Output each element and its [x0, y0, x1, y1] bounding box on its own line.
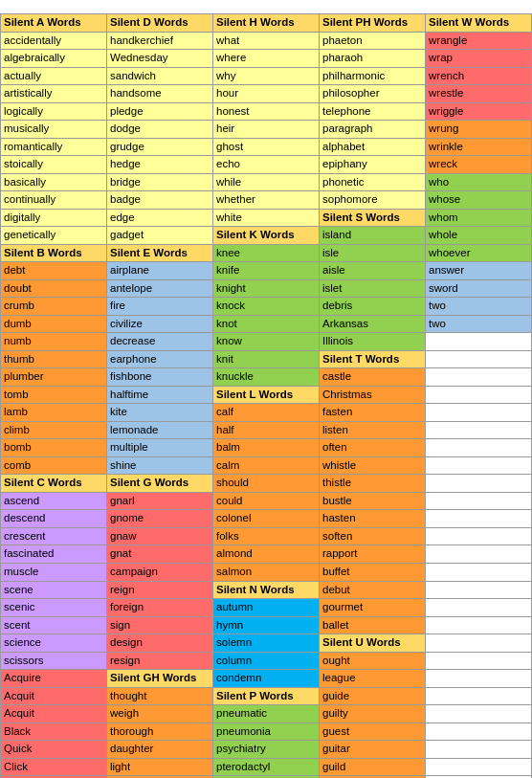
- table-row: musicallydodgeheirparagraphwrung: [1, 121, 532, 139]
- table-cell: crumb: [1, 298, 107, 316]
- table-cell: Acquit: [1, 687, 107, 705]
- table-cell: why: [213, 67, 320, 85]
- table-cell: [426, 492, 532, 510]
- table-cell: pneumonia: [213, 722, 320, 741]
- table-cell: league: [320, 670, 426, 688]
- table-cell: [426, 368, 532, 387]
- table-cell: weigh: [107, 705, 213, 723]
- table-cell: debris: [320, 298, 426, 316]
- table-cell: basically: [1, 173, 107, 191]
- table-cell: thumb: [1, 350, 107, 368]
- table-cell: doubt: [1, 279, 107, 298]
- table-cell: aisle: [320, 262, 426, 280]
- page-title: [0, 0, 532, 13]
- table-cell: Silent P Words: [213, 687, 320, 705]
- table-cell: Click: [1, 758, 107, 776]
- table-cell: ghost: [213, 138, 320, 156]
- table-cell: Arkansas: [320, 315, 426, 333]
- table-cell: Acquire: [1, 670, 107, 688]
- table-cell: solemn: [213, 634, 320, 653]
- table-cell: knife: [213, 262, 320, 280]
- table-cell: isle: [320, 244, 426, 262]
- table-cell: Silent S Words: [320, 209, 426, 227]
- table-cell: while: [213, 173, 320, 191]
- table-cell: muscle: [1, 563, 107, 581]
- table-cell: phaeton: [320, 32, 426, 50]
- table-cell: whom: [426, 209, 532, 227]
- table-cell: knit: [213, 350, 320, 368]
- table-cell: lamb: [1, 404, 107, 422]
- table-row: AcquitthoughtSilent P Wordsguide: [1, 687, 532, 705]
- table-row: continuallybadgewhethersophomorewhose: [1, 191, 532, 210]
- table-row: musclecampaignsalmonbuffet: [1, 563, 532, 581]
- table-cell: romantically: [1, 138, 107, 156]
- table-cell: pledge: [107, 102, 213, 121]
- table-cell: Silent C Words: [1, 475, 107, 493]
- table-cell: wrinkle: [426, 138, 532, 156]
- table-cell: rapport: [320, 545, 426, 564]
- table-cell: scenic: [1, 599, 107, 617]
- table-row: combshinecalmwhistle: [1, 456, 532, 475]
- table-row: fascinatedgnatalmondrapport: [1, 545, 532, 564]
- words-table: Silent A WordsSilent D WordsSilent H Wor…: [0, 13, 532, 778]
- table-cell: Black: [1, 722, 107, 741]
- table-cell: thorough: [107, 722, 213, 741]
- table-cell: balm: [213, 439, 320, 457]
- table-cell: calm: [213, 456, 320, 475]
- table-cell: guild: [320, 758, 426, 776]
- table-cell: condemn: [213, 670, 320, 688]
- table-cell: Silent T Words: [320, 350, 426, 368]
- table-cell: grudge: [107, 138, 213, 156]
- table-cell: airplane: [107, 262, 213, 280]
- table-cell: honest: [213, 102, 320, 121]
- table-cell: knight: [213, 279, 320, 298]
- table-row: Quickdaughterpsychiatryguitar: [1, 741, 532, 759]
- table-cell: hymn: [213, 616, 320, 634]
- table-cell: [426, 616, 532, 634]
- table-cell: sandwich: [107, 67, 213, 85]
- table-cell: soften: [320, 527, 426, 545]
- table-row: romanticallygrudgeghostalphabetwrinkle: [1, 138, 532, 156]
- table-cell: multiple: [107, 439, 213, 457]
- table-cell: guilty: [320, 705, 426, 723]
- table-cell: science: [1, 634, 107, 653]
- table-cell: know: [213, 333, 320, 351]
- table-cell: ought: [320, 652, 426, 670]
- table-cell: autumn: [213, 599, 320, 617]
- table-cell: handkerchief: [107, 32, 213, 50]
- table-cell: [426, 456, 532, 475]
- table-cell: fasten: [320, 404, 426, 422]
- table-cell: plumber: [1, 368, 107, 387]
- column-header-silent-w-words: Silent W Words: [426, 14, 532, 33]
- table-cell: Quick: [1, 741, 107, 759]
- table-row: debtairplaneknifeaisleanswer: [1, 262, 532, 280]
- table-cell: sign: [107, 616, 213, 634]
- table-row: Clicklightpterodactylguild: [1, 758, 532, 776]
- table-cell: folks: [213, 527, 320, 545]
- table-cell: column: [213, 652, 320, 670]
- table-cell: echo: [213, 156, 320, 174]
- table-row: dumbcivilizeknotArkansastwo: [1, 315, 532, 333]
- table-cell: [426, 439, 532, 457]
- table-row: Blackthoroughpneumoniaguest: [1, 722, 532, 741]
- table-cell: [426, 510, 532, 528]
- table-cell: continually: [1, 191, 107, 210]
- table-cell: tomb: [1, 386, 107, 404]
- table-cell: gnarl: [107, 492, 213, 510]
- table-cell: [426, 599, 532, 617]
- table-cell: bomb: [1, 439, 107, 457]
- table-row: actuallysandwichwhyphilharmonicwrench: [1, 67, 532, 85]
- table-cell: gnaw: [107, 527, 213, 545]
- table-cell: [426, 634, 532, 653]
- table-row: descendgnomecolonelhasten: [1, 510, 532, 528]
- table-cell: scent: [1, 616, 107, 634]
- table-cell: climb: [1, 421, 107, 439]
- table-cell: fascinated: [1, 545, 107, 564]
- table-cell: calf: [213, 404, 320, 422]
- table-cell: ballet: [320, 616, 426, 634]
- table-cell: Wednesday: [107, 50, 213, 68]
- table-row: crumbfireknockdebristwo: [1, 298, 532, 316]
- table-cell: gourmet: [320, 599, 426, 617]
- table-row: lambkitecalffasten: [1, 404, 532, 422]
- table-cell: answer: [426, 262, 532, 280]
